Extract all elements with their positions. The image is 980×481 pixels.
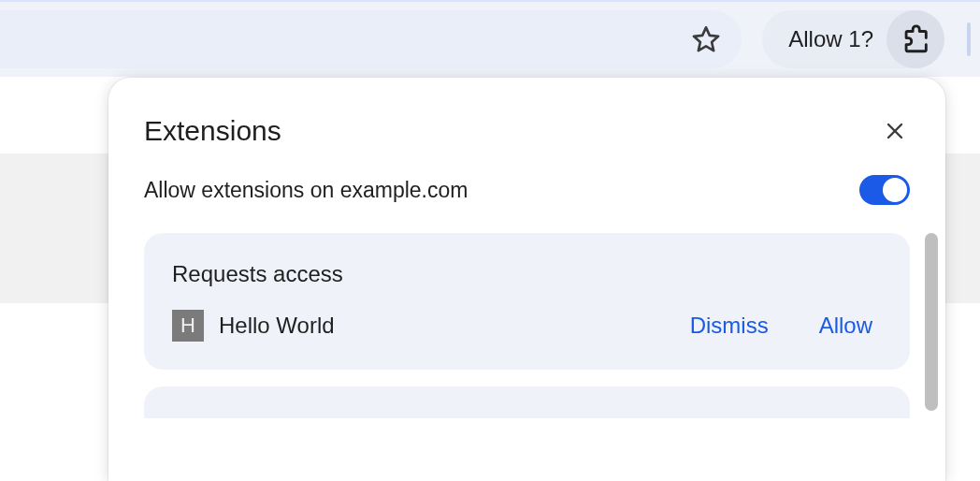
popup-title: Extensions bbox=[144, 115, 281, 147]
allow-button[interactable]: Allow bbox=[819, 313, 872, 339]
requests-access-card: Requests access H Hello World Dismiss Al… bbox=[144, 233, 910, 370]
close-button[interactable] bbox=[880, 116, 910, 146]
extensions-button[interactable] bbox=[886, 10, 944, 68]
allow-extensions-chip[interactable]: Allow 1? bbox=[762, 10, 944, 68]
next-card-peek bbox=[144, 386, 910, 418]
bookmark-star-icon[interactable] bbox=[691, 24, 721, 54]
puzzle-icon bbox=[900, 23, 931, 55]
allow-chip-label: Allow 1? bbox=[788, 26, 873, 52]
requests-access-heading: Requests access bbox=[172, 261, 882, 287]
extension-name: Hello World bbox=[219, 313, 675, 339]
scrollbar[interactable] bbox=[925, 233, 938, 411]
extensions-popup: Extensions Allow extensions on example.c… bbox=[108, 78, 945, 481]
omnibox[interactable] bbox=[0, 10, 742, 68]
browser-toolbar: Allow 1? bbox=[0, 2, 980, 77]
close-icon bbox=[884, 120, 906, 142]
allow-extensions-label: Allow extensions on example.com bbox=[144, 178, 468, 203]
allow-extensions-toggle[interactable] bbox=[859, 175, 910, 205]
extension-request-row: H Hello World Dismiss Allow bbox=[172, 310, 882, 342]
extension-icon: H bbox=[172, 310, 204, 342]
dismiss-button[interactable]: Dismiss bbox=[690, 313, 769, 339]
toolbar-divider bbox=[967, 22, 971, 56]
